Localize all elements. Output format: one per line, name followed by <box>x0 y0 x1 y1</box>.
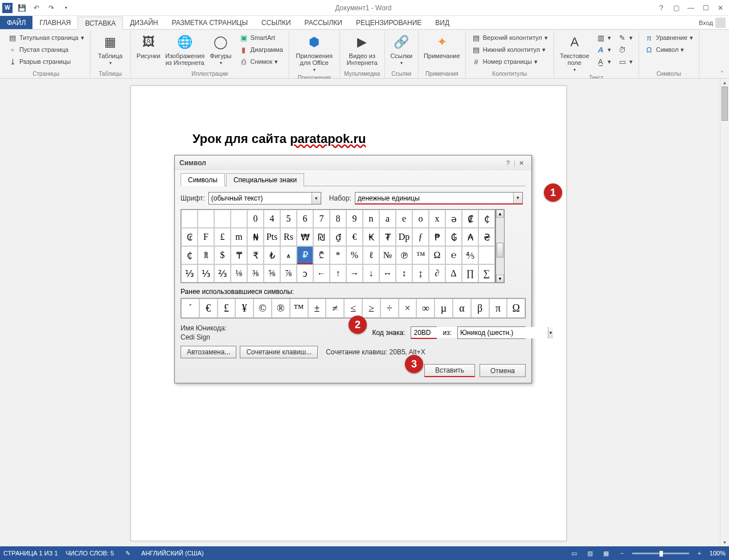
recent-symbol-cell[interactable]: € <box>199 299 218 318</box>
char-cell[interactable]: ₾ <box>313 246 330 264</box>
char-cell[interactable]: * <box>330 246 346 264</box>
redo-icon[interactable]: ↷ <box>46 2 57 14</box>
char-cell[interactable]: ₺ <box>264 246 280 264</box>
from-combo[interactable]: ▼ <box>457 326 526 339</box>
vertical-scrollbar[interactable]: ▲ ▼ <box>720 79 729 546</box>
char-cell[interactable]: ₩ <box>297 228 313 246</box>
char-cell[interactable]: ↔ <box>379 264 396 283</box>
zoom-in-icon[interactable]: + <box>694 548 705 558</box>
proofing-icon[interactable]: ✎ <box>122 548 133 558</box>
recent-symbol-cell[interactable]: ® <box>272 299 290 318</box>
sigline-button[interactable]: ✎▾ <box>616 32 635 43</box>
grid-scroll-down-icon[interactable]: ▼ <box>496 275 504 283</box>
readmode-icon[interactable]: ▭ <box>568 548 580 558</box>
recent-symbol-cell[interactable]: ¥ <box>235 299 253 318</box>
char-cell[interactable]: ⅓ <box>181 264 198 283</box>
char-cell[interactable]: ə <box>445 210 462 228</box>
help-icon[interactable]: ? <box>655 2 667 14</box>
recent-symbol-cell[interactable]: £ <box>218 299 236 318</box>
char-cell[interactable]: ₴ <box>478 228 495 246</box>
grid-scrollbar[interactable]: ▲ ▼ <box>495 209 505 283</box>
close-icon[interactable]: ✕ <box>714 2 727 14</box>
recent-symbol-cell[interactable]: ≤ <box>344 299 362 318</box>
recent-symbol-cell[interactable]: Ω <box>507 299 525 318</box>
char-cell[interactable]: ƒ <box>412 228 429 246</box>
tab-insert[interactable]: ВСТАВКА <box>77 17 123 30</box>
char-cell[interactable]: ₫ <box>330 228 346 246</box>
set-dropdown-icon[interactable]: ▼ <box>513 193 522 203</box>
char-cell[interactable]: ₲ <box>445 228 462 246</box>
char-cell[interactable]: ⅓ <box>198 264 214 283</box>
char-cell[interactable]: Pts <box>264 228 280 246</box>
header-button[interactable]: ▤Верхний колонтитул ▾ <box>469 32 550 43</box>
dialog-help-icon[interactable]: ? <box>502 158 514 168</box>
char-cell[interactable]: ⅞ <box>280 264 297 283</box>
tab-mailings[interactable]: РАССЫЛКИ <box>298 16 349 29</box>
cancel-button[interactable]: Отмена <box>480 364 526 377</box>
recent-symbol-cell[interactable]: ± <box>308 299 326 318</box>
tab-home[interactable]: ГЛАВНАЯ <box>32 16 77 29</box>
char-cell[interactable] <box>214 210 231 228</box>
char-cell[interactable]: ₦ <box>247 228 264 246</box>
shortcut-button[interactable]: Сочетание клавиш... <box>240 346 318 358</box>
ribbon-display-icon[interactable]: ▢ <box>670 2 682 14</box>
char-cell[interactable]: ← <box>313 264 330 283</box>
insert-button[interactable]: Вставить <box>424 364 475 377</box>
footer-button[interactable]: ▤Нижний колонтитул ▾ <box>469 44 550 55</box>
char-cell[interactable]: ↕ <box>396 264 412 283</box>
char-cell[interactable]: ₸ <box>231 246 247 264</box>
recent-symbol-cell[interactable]: ÷ <box>380 299 399 318</box>
char-cell[interactable]: Dp <box>396 228 412 246</box>
page-number-button[interactable]: #Номер страницы ▾ <box>469 56 550 67</box>
set-input[interactable] <box>355 193 513 203</box>
screenshot-button[interactable]: ⎙Снимок ▾ <box>237 56 285 67</box>
scroll-up-icon[interactable]: ▲ <box>720 79 729 87</box>
char-cell[interactable] <box>198 210 214 228</box>
dialog-titlebar[interactable]: Символ ? | ✕ <box>175 156 531 170</box>
textbox-button[interactable]: AТекстовое поле▾ <box>558 32 592 73</box>
font-combo[interactable]: ▼ <box>208 192 321 205</box>
char-cell[interactable]: $ <box>214 246 231 264</box>
char-cell[interactable]: 4 <box>264 210 280 228</box>
char-cell[interactable]: ⅜ <box>247 264 264 283</box>
zoom-slider[interactable] <box>632 553 689 554</box>
maximize-icon[interactable]: ☐ <box>699 2 712 14</box>
dialog-tab-symbols[interactable]: Символы <box>181 173 225 186</box>
char-cell[interactable]: ₪ <box>313 228 330 246</box>
tab-view[interactable]: ВИД <box>428 16 456 29</box>
char-cell[interactable]: 5 <box>280 210 297 228</box>
dropcap-button[interactable]: A̲▾ <box>594 56 613 67</box>
links-button[interactable]: 🔗Ссылки▾ <box>388 32 415 67</box>
char-cell[interactable]: ∂ <box>429 264 445 283</box>
recent-symbol-cell[interactable]: ∞ <box>416 299 435 318</box>
cover-page-button[interactable]: ▤Титульная страница ▾ <box>6 32 87 43</box>
blank-page-button[interactable]: ▫Пустая страница <box>6 44 87 55</box>
status-words[interactable]: ЧИСЛО СЛОВ: 5 <box>66 550 114 557</box>
char-cell[interactable]: n <box>363 210 379 228</box>
collapse-ribbon-icon[interactable]: ˄ <box>716 69 727 77</box>
char-cell[interactable]: ⅔ <box>214 264 231 283</box>
char-cell[interactable]: ⅝ <box>264 264 280 283</box>
online-pictures-button[interactable]: 🌐Изображения из Интернета <box>165 32 205 67</box>
page-break-button[interactable]: ⤓Разрыв страницы <box>6 56 87 67</box>
tab-layout[interactable]: РАЗМЕТКА СТРАНИЦЫ <box>165 16 255 29</box>
char-cell[interactable]: € <box>346 228 363 246</box>
char-cell[interactable]: m <box>231 228 247 246</box>
char-cell[interactable] <box>478 246 495 264</box>
char-cell[interactable]: ɔ <box>297 264 313 283</box>
char-cell[interactable]: x <box>429 210 445 228</box>
grid-scroll-up-icon[interactable]: ▲ <box>496 210 504 218</box>
char-cell[interactable]: ∑ <box>478 264 495 283</box>
weblayout-icon[interactable]: ▦ <box>600 548 612 558</box>
recent-symbol-cell[interactable]: × <box>399 299 417 318</box>
char-cell[interactable]: № <box>379 246 396 264</box>
char-cell[interactable]: ₶ <box>198 246 214 264</box>
char-cell[interactable]: ₳ <box>462 228 478 246</box>
signin[interactable]: Вход <box>695 16 729 29</box>
tab-design[interactable]: ДИЗАЙН <box>123 16 165 29</box>
recent-symbol-cell[interactable]: β <box>471 299 489 318</box>
char-cell[interactable]: ₵ <box>181 246 198 264</box>
char-cell[interactable] <box>181 210 198 228</box>
pictures-button[interactable]: 🖼Рисунки <box>134 32 163 60</box>
char-cell[interactable]: → <box>346 264 363 283</box>
